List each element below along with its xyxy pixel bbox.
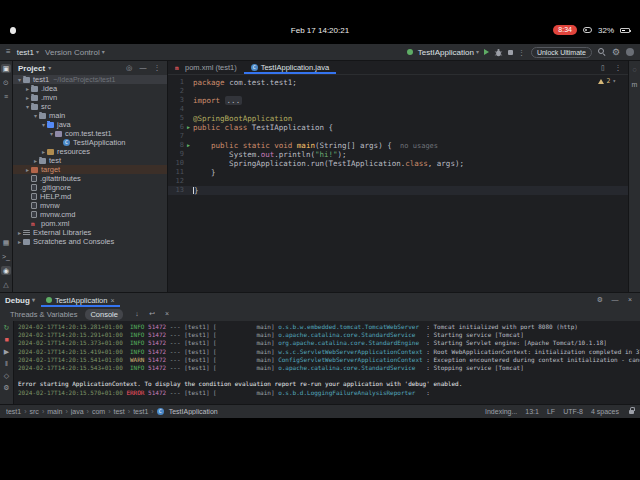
pause-icon[interactable]: ‖	[2, 359, 12, 368]
breadcrumb-item[interactable]: java	[71, 408, 84, 415]
breadcrumb-item[interactable]: test1	[6, 408, 21, 415]
control-center-icon[interactable]	[583, 27, 592, 33]
code-line[interactable]: 7	[168, 132, 628, 141]
chevron-right-icon[interactable]: ▸	[24, 95, 31, 101]
mute-icon[interactable]: ◇	[2, 371, 12, 380]
vcs-widget[interactable]: Version Control ▾	[45, 48, 105, 57]
tree-item[interactable]: .gitattributes	[13, 174, 167, 183]
tree-item[interactable]: mvnw.cmd	[13, 210, 167, 219]
run-configuration-selector[interactable]: TestIApplication ▾	[418, 48, 479, 57]
tree-item[interactable]: .gitignore	[13, 183, 167, 192]
code-line[interactable]: 6▶public class TestIApplication {	[168, 123, 628, 132]
debug-button[interactable]	[494, 48, 503, 57]
tree-item[interactable]: ▾main	[13, 111, 167, 120]
debug-tab-console[interactable]: Console	[85, 309, 123, 320]
run-gutter-icon[interactable]: ▶	[184, 141, 193, 150]
chevron-right-icon[interactable]: ▸	[24, 167, 31, 173]
code-line[interactable]: 4	[168, 105, 628, 114]
close-icon[interactable]: ×	[110, 297, 114, 304]
inspections-widget[interactable]: 2 ▾	[598, 77, 616, 85]
rerun-icon[interactable]: ↻	[2, 323, 12, 332]
tree-item[interactable]: ▾src	[13, 102, 167, 111]
breadcrumb-item[interactable]: test1	[133, 408, 148, 415]
code-line[interactable]: 1package com.test.test1;	[168, 78, 628, 87]
chevron-down-icon[interactable]: ▾	[24, 104, 31, 110]
unlock-ultimate-button[interactable]: Unlock Ultimate	[531, 47, 592, 58]
chevron-down-icon[interactable]: ▾	[48, 65, 51, 71]
code-line[interactable]: 11 }	[168, 168, 628, 177]
code-area[interactable]: 1package com.test.test1;23import ...45@S…	[168, 75, 628, 195]
code-line[interactable]: 8▶ public static void main(String[] args…	[168, 141, 628, 150]
chevron-right-icon[interactable]: ▸	[16, 230, 23, 236]
indent-widget[interactable]: 4 spaces	[591, 408, 619, 415]
debug-tab-threads-variables[interactable]: Threads & Variables	[5, 309, 82, 320]
tree-item[interactable]: HELP.md	[13, 192, 167, 201]
code-line[interactable]: 9 System.out.println("hi!");	[168, 150, 628, 159]
editor-tab[interactable]: pom.xml (test1)	[168, 61, 244, 74]
notifications-icon[interactable]: ◌	[630, 65, 640, 74]
editor-tab[interactable]: TestIApplication.java	[244, 61, 336, 74]
run-button[interactable]	[484, 49, 489, 55]
chevron-down-icon[interactable]: ▾	[48, 131, 55, 137]
chevron-down-icon[interactable]: ▾	[16, 77, 23, 83]
tree-item[interactable]: ▾com.test.test1	[13, 129, 167, 138]
run-gutter-icon[interactable]: ▶	[184, 123, 193, 132]
tree-item[interactable]: ▾test1~/IdeaProjects/test1	[13, 75, 167, 84]
breadcrumb-item[interactable]: src	[30, 408, 39, 415]
settings-icon[interactable]: ⚙	[595, 296, 605, 305]
settings-icon[interactable]: ⚙	[2, 383, 12, 392]
code-line[interactable]: 2	[168, 87, 628, 96]
more-icon[interactable]: ⋮	[613, 63, 623, 72]
code-line[interactable]: 10 SpringApplication.run(TestIApplicatio…	[168, 159, 628, 168]
clear-icon[interactable]: ×	[162, 310, 172, 319]
settings-gear-icon[interactable]: ⚙	[612, 48, 620, 57]
chevron-down-icon[interactable]: ▾	[40, 122, 47, 128]
structure-icon[interactable]: ≡	[1, 92, 11, 101]
user-avatar[interactable]	[626, 48, 634, 56]
tree-item[interactable]: ▸.mvn	[13, 93, 167, 102]
debug-session-tab[interactable]: TestIApplication ×	[41, 293, 120, 307]
breadcrumb-item[interactable]: com	[92, 408, 105, 415]
tree-item[interactable]: ▸resources	[13, 147, 167, 156]
encoding-widget[interactable]: UTF-8	[563, 408, 583, 415]
resume-icon[interactable]: ▶	[2, 347, 12, 356]
tree-item[interactable]: mvnw	[13, 201, 167, 210]
scroll-down-icon[interactable]: ↓	[132, 310, 142, 319]
tree-item[interactable]: ▾java	[13, 120, 167, 129]
tree-item[interactable]: ▸test	[13, 156, 167, 165]
collapse-icon[interactable]: —	[138, 64, 148, 73]
more-icon[interactable]: ⋮	[152, 64, 162, 73]
breadcrumb-item[interactable]: test	[114, 408, 125, 415]
more-actions-icon[interactable]: ⋮	[518, 49, 525, 56]
debug-title[interactable]: Debug ▾	[5, 296, 35, 305]
caret-position-widget[interactable]: 13:1	[525, 408, 539, 415]
tree-item[interactable]: ▸.idea	[13, 84, 167, 93]
project-widget[interactable]: test1 ▾	[17, 48, 39, 57]
code-line[interactable]: 13}	[168, 186, 628, 195]
breadcrumb-item[interactable]: main	[47, 408, 62, 415]
console-output[interactable]: 2024-02-17T14:20:15.281+01:00 INFO 51472…	[14, 321, 640, 404]
chevron-down-icon[interactable]: ▾	[32, 113, 39, 119]
tree-item[interactable]: ▸target	[13, 165, 167, 174]
tree-item[interactable]: ▸External Libraries	[13, 228, 167, 237]
maven-icon[interactable]: m	[630, 80, 640, 89]
line-separator-widget[interactable]: LF	[547, 408, 555, 415]
terminal-icon[interactable]: >_	[1, 252, 11, 261]
stop-button[interactable]	[508, 50, 513, 55]
tree-item[interactable]: pom.xml	[13, 219, 167, 228]
readonly-lock-icon[interactable]	[629, 410, 634, 414]
services-icon[interactable]: ▦	[1, 238, 11, 247]
debug-icon[interactable]: ◉	[1, 266, 11, 275]
chevron-right-icon[interactable]: ▸	[32, 158, 39, 164]
editor[interactable]: 2 ▾ 1package com.test.test1;23import ...…	[168, 75, 628, 292]
stop-icon[interactable]: ■	[2, 335, 12, 344]
soft-wrap-icon[interactable]: ↩	[147, 310, 157, 319]
split-icon[interactable]: ▯	[598, 63, 608, 72]
chevron-right-icon[interactable]: ▸	[24, 86, 31, 92]
project-icon[interactable]: ▣	[1, 64, 11, 73]
tree-item[interactable]: ▸Scratches and Consoles	[13, 237, 167, 246]
close-icon[interactable]: ×	[625, 296, 635, 305]
screen-recording-timer[interactable]: 8:34	[553, 25, 577, 35]
search-everywhere-icon[interactable]	[598, 48, 606, 56]
commit-icon[interactable]: ⊙	[1, 78, 11, 87]
